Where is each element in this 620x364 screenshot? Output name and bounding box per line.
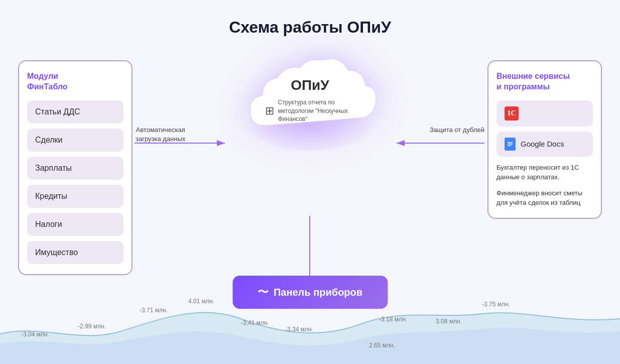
service-label-gdocs: Google Docs xyxy=(521,140,564,148)
chart-label-4: -3.41 млн. xyxy=(241,319,269,326)
chart-label-1: -2.99 млн. xyxy=(78,323,106,330)
cloud-content: ОПиУ ⊞ Структура отчета по методологии "… xyxy=(265,77,355,124)
module-item-dds: Статьи ДДС xyxy=(27,100,123,124)
chart-label-8: -3.18 млн. xyxy=(379,316,407,323)
service-item-1c: 1С xyxy=(497,100,593,127)
chart-label-10: -3.75 млн. xyxy=(482,301,510,308)
page-title: Схема работы ОПиУ xyxy=(0,0,620,37)
svg-rect-3 xyxy=(508,145,511,146)
module-item-salary: Зарплаты xyxy=(27,157,123,180)
chart-label-5: -3.34 млн. xyxy=(285,326,313,333)
left-panel-title: МодулиФинТабло xyxy=(27,71,123,92)
module-item-credits: Кредиты xyxy=(27,185,123,208)
dashboard-button[interactable]: 〜 Панель приборов xyxy=(232,276,388,309)
cloud-shape: ОПиУ ⊞ Структура отчета по методологии "… xyxy=(235,50,386,151)
service-desc-2: Финменеджер вносит сметы для учёта сдело… xyxy=(497,188,593,208)
gdocs-icon xyxy=(505,138,516,151)
onecs-icon: 1С xyxy=(505,106,519,120)
chart-label-9: 3.08 млн. xyxy=(436,318,462,325)
table-icon: ⊞ xyxy=(265,103,274,119)
right-panel: Внешние сервисыи программы 1С Google Doc… xyxy=(487,60,602,219)
chart-label-7: 2.65 млн. xyxy=(369,342,395,349)
svg-rect-1 xyxy=(508,142,513,143)
module-item-property: Имущество xyxy=(27,241,123,264)
cloud-subtitle-text: Структура отчета по методологии "Нескучн… xyxy=(278,98,355,124)
protect-label: Защита от дублей xyxy=(430,126,484,135)
chart-label-0: -3.04 млн. xyxy=(21,331,49,338)
service-desc-1: Бухгалтер переносит из 1С данные о зарпл… xyxy=(497,163,593,182)
cloud-title: ОПиУ xyxy=(265,77,355,93)
chart-label-3: 4.01 млн. xyxy=(188,298,214,305)
cloud-wrapper: ОПиУ ⊞ Структура отчета по методологии "… xyxy=(235,50,386,151)
auto-load-label: Автоматическаязагрузка данных xyxy=(136,126,185,144)
chart-label-2: -3.71 млн. xyxy=(140,307,168,314)
dashboard-label: Панель приборов xyxy=(274,287,362,298)
svg-rect-2 xyxy=(508,144,513,145)
module-item-taxes: Налоги xyxy=(27,213,123,236)
right-panel-title: Внешние сервисыи программы xyxy=(497,71,593,92)
main-container: Схема работы ОПиУ МодулиФинТабло Статьи … xyxy=(0,0,620,364)
cloud-subtitle: ⊞ Структура отчета по методологии "Неску… xyxy=(265,98,355,124)
module-item-deals: Сделки xyxy=(27,129,123,152)
service-item-gdocs: Google Docs xyxy=(497,132,593,157)
left-panel: МодулиФинТабло Статьи ДДС Сделки Зарплат… xyxy=(18,60,133,275)
chart-line-icon: 〜 xyxy=(258,285,269,300)
